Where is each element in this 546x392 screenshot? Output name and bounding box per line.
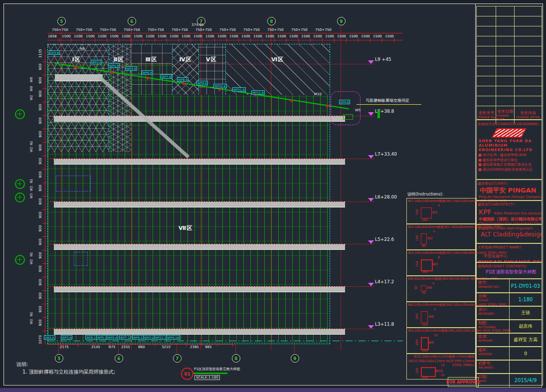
dim-value-top: 1500 bbox=[373, 34, 382, 38]
legend-profile-label: W10 bbox=[435, 369, 443, 373]
legend-dim-thickness: 4 bbox=[433, 229, 435, 233]
legend-dim-width: 160 bbox=[422, 218, 427, 221]
detail-number: 01 bbox=[184, 372, 190, 377]
dim-value-top: 1500 bbox=[134, 34, 143, 38]
cloud-detail-green bbox=[343, 114, 353, 120]
section-marker-icon bbox=[15, 179, 25, 189]
panel-label: WP6.B bbox=[142, 70, 153, 75]
dim-value-bottom: 2385 bbox=[190, 345, 199, 349]
dim-value-top: 1500 bbox=[241, 34, 250, 38]
legend-dim-height: 200 bbox=[415, 340, 418, 345]
revision-empty-row bbox=[477, 46, 542, 56]
dim-ticks-top bbox=[47, 38, 403, 42]
sheet-contents-section: 图纸内容(SHEET CONTENTS): P1区顶部造型骨架大样图 bbox=[476, 262, 542, 279]
row-label-cn: 档案号: bbox=[478, 361, 509, 366]
legend-dim-thickness: 4 bbox=[438, 203, 440, 207]
architect-firm1: KPF bbox=[479, 208, 492, 216]
row-label-cn: 比例: bbox=[478, 294, 509, 298]
row-label-cn: 图号: bbox=[478, 280, 509, 285]
dim-value-left: 1135 bbox=[38, 48, 42, 59]
notes-line: 1. 顶部斜撑框与立柱连接均采用焊接形式; bbox=[22, 369, 115, 376]
revision-empty-row bbox=[477, 56, 542, 66]
dim-pair-label: 750+750 bbox=[76, 28, 92, 32]
credential-bullet: ■ 建筑装饰甲级设计单位 bbox=[478, 158, 540, 163]
grid-line-vertical-stub bbox=[294, 343, 295, 353]
panel-label-bottom: WP3.U bbox=[143, 335, 155, 340]
revision-cell bbox=[477, 76, 496, 86]
detail-bubble: 01 bbox=[181, 368, 193, 380]
dim-pair-label: 750+750 bbox=[52, 28, 68, 32]
dim-value-left: 900 bbox=[38, 169, 42, 180]
legend-item: W8:200x100x4mm钢通(W8:200x100x4mm HICK STE… bbox=[406, 302, 476, 328]
revision-empty-row bbox=[477, 96, 542, 106]
project-name-cn: 平安金融中心 bbox=[484, 254, 508, 258]
panel-label: WP7.B bbox=[161, 74, 172, 79]
dim-value-left: 1070 bbox=[38, 334, 42, 345]
dim-value-top: 1500 bbox=[253, 34, 262, 38]
grid-bubble-top: 6 bbox=[128, 17, 136, 25]
member-label-left: W3 bbox=[29, 193, 33, 199]
dim-value-top: 1500 bbox=[193, 34, 202, 38]
row-label-cn: 批准: bbox=[478, 334, 509, 339]
legend-profile-label: W6 bbox=[427, 286, 432, 290]
revision-empty-rows bbox=[477, 6, 542, 106]
dim-value-top: 1658 bbox=[48, 34, 57, 38]
revision-cell bbox=[496, 76, 514, 86]
legend-profile-sketch bbox=[421, 311, 428, 323]
legend-dim-thickness: 12 bbox=[441, 363, 445, 367]
titleblock-row-label: 版本:VERSION: bbox=[477, 347, 510, 360]
tbd-note: 与新建钢板幕墙交接待定 bbox=[365, 98, 409, 103]
dim-value-left: 900 bbox=[38, 290, 42, 301]
legend-dim-width: 200 bbox=[422, 376, 427, 379]
legend-item: W3:160x160x8mm钢通(W3:160x160x8mm HICK STE… bbox=[406, 250, 476, 276]
legend-dim-width: 80 bbox=[422, 244, 426, 247]
section-marker-cross bbox=[17, 184, 22, 184]
dim-value-bottom: 985 bbox=[205, 345, 211, 349]
member-label-left: W2 bbox=[29, 258, 33, 265]
revision-cell bbox=[477, 46, 496, 56]
dim-value-top: 1500 bbox=[361, 34, 370, 38]
panel-label: WP9.B bbox=[196, 81, 208, 85]
member-label-left: N1 bbox=[29, 140, 33, 147]
row-label-cn: 设计: bbox=[478, 307, 509, 312]
revision-cell bbox=[514, 86, 542, 96]
floor-slab bbox=[54, 201, 345, 207]
credential-bullet: ■ 通过ISO9001国际质量体系认证 bbox=[478, 168, 540, 173]
grid-line-vertical-stub bbox=[235, 343, 236, 353]
grid-line-vertical bbox=[341, 26, 341, 350]
legend-column: W1:160x160x4mm钢通(W1:160x160x4mm HICK STE… bbox=[406, 197, 476, 381]
architect-section: 建筑设计(ARCHITECT): KPF Kohn Pedersen Fox A… bbox=[476, 200, 542, 224]
legend-dim-height: 60 bbox=[414, 286, 417, 290]
grid-bubble-top: 9 bbox=[337, 17, 346, 25]
dim-value-left: 900 bbox=[38, 317, 42, 328]
panel-label-bottom: WP6.1 bbox=[85, 335, 97, 340]
dim-pair-label: 750+750 bbox=[291, 28, 308, 32]
titleblock-rows: 图号:DRAWING NO.:P1-DY01-03比例:SCALE:1:180设… bbox=[476, 279, 541, 387]
legend-dim-height: 160 bbox=[415, 368, 418, 374]
zone-label: Ⅰ区 bbox=[72, 56, 81, 63]
dim-value-left: 900 bbox=[38, 61, 42, 72]
legend-dim-width: 50 bbox=[422, 291, 426, 294]
dim-pair-label: 750+750 bbox=[124, 28, 140, 32]
floor-slab bbox=[54, 286, 345, 292]
titleblock-row-label: 制图:AUTOHAND: bbox=[477, 320, 510, 333]
dim-value-bottom: 2175 bbox=[60, 345, 69, 349]
legend-dim-width: 100 bbox=[422, 349, 427, 352]
dim-value-top: 1500 bbox=[158, 34, 167, 38]
zone-label: Ⅵ区 bbox=[271, 56, 284, 63]
dim-ticks-left bbox=[42, 49, 47, 344]
row-label-en: DRAWING NO.: bbox=[478, 285, 509, 288]
level-marker bbox=[368, 60, 374, 64]
dim-value-left: 900 bbox=[38, 236, 42, 247]
dim-value-bottom: 860 bbox=[138, 345, 145, 349]
revision-header-en: CHANGE No. bbox=[477, 115, 496, 119]
titleblock-row-label: 日期:DATE: bbox=[477, 374, 510, 387]
revision-cell bbox=[514, 66, 542, 76]
dim-pair-label: 750+750 bbox=[172, 28, 188, 32]
level-label: L9 +45 bbox=[375, 57, 391, 62]
company-credentials: ■ 设计证书：建设部甲级1609■ 建筑装饰甲级设计单位■ 建筑幕墙施工壹级施工… bbox=[478, 153, 540, 172]
revision-empty-row bbox=[477, 76, 542, 86]
legend-dim-thickness: 8 bbox=[438, 255, 440, 259]
row-label-en: AUTOHAND: bbox=[478, 325, 509, 329]
level-label: L6+28.00 bbox=[375, 195, 397, 199]
